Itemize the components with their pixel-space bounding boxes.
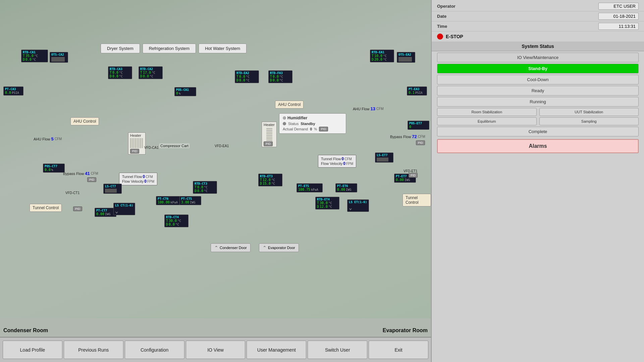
vfd-et1-label: VFD-ET1 [404,169,418,173]
pid-tunnel-left[interactable]: PID [73,206,82,211]
running-button[interactable]: Running [437,97,639,107]
top-buttons-row: Dryer System Refrigeration System Hot Wa… [101,44,247,53]
date-row: Date 01-18-2021 [432,11,644,21]
time-row: Time 11:13:31 [432,21,644,32]
configuration-button[interactable]: Configuration [125,341,184,359]
rtd-ca3-widget: RTD-CA3 T 0.0 °C D 0.0 °C [108,66,132,79]
exit-button[interactable]: Exit [369,341,428,359]
ready-button[interactable]: Ready [437,86,639,96]
switch-user-button[interactable]: Switch User [308,341,367,359]
pos-et7-widget: POS-ET7 0 [408,121,429,130]
pt-et5-widget: PT-ET5 100.75 kPaA [297,183,323,192]
pt-ct6-widget: PT-CT6 100.00 kPaA [156,196,181,205]
bottom-toolbar: Load Profile Previous Runs Configuration… [0,337,431,362]
bypass-flow-left-widget: Bypass Flow 41 CFM [63,171,98,176]
tunnel-control-right[interactable]: Tunnel Control [402,194,431,206]
condenser-room-label: Condenser Room [3,327,48,334]
complete-button[interactable]: Complete [437,127,639,136]
pid-bypass-right[interactable]: PID [416,140,425,145]
evaporator-door-button[interactable]: ⌃ Evaporator Door [259,243,299,252]
operator-row: Operator ETC USER [432,1,644,11]
main-area: Dryer System Refrigeration System Hot Wa… [0,0,431,362]
dryer-system-button[interactable]: Dryer System [101,44,140,53]
tunnel-control-left[interactable]: Tunnel Control [30,204,62,212]
rtd-ea1-widget: RTD-EA1 T 10.0 °C D 20.0 °C [370,50,394,62]
pt-ea3-widget: PT-EA3 0.1 PSIA [407,86,427,96]
ls-ct7-widget: LS-CT7 [103,184,122,194]
right-panel: Operator ETC USER Date 01-18-2021 Time 1… [431,0,644,362]
ls-et16-widget: LS ET(1-6) ⌄ [347,199,369,212]
estop-button[interactable]: E-STOP [432,32,644,42]
io-view-button[interactable]: IO View [186,341,246,359]
rtd-ct3-widget: RTD-CT3 T 0.0 °C D 0.0 °C [193,181,217,194]
vfd-ct1-label: VFD-CT1 [65,191,79,195]
pid-tunnel-right[interactable]: PID [409,173,418,178]
system-status-header: System Status [432,42,644,51]
equilibrium-row: Equilibrium Sampling [437,117,639,125]
ahu-flow-left-widget: AHU Flow 5 CFM [34,136,62,141]
pt-et6-widget: PT-ET6 0.00 IWG [335,183,357,192]
rtd-ea2-widget: RTD-EA2 T 0.0 °C D 0.0 °C [235,70,259,83]
stabilization-row: Room Stabilization UUT Stabilization [437,108,639,116]
ls-et7-widget: LS-ET7 [375,153,393,163]
estop-icon [437,34,443,40]
rtd-ca2-widget: RTD-CA2 T 17.0 °C D 0.0 °C [139,66,163,79]
ots-ca2-widget: OTS-CA2 [50,52,68,63]
rtd-et4-widget: RTD-ET4 T 30.0 °C D 12.0 °C [315,197,339,209]
vfd-ea1-label: VFD-EA1 [215,144,229,148]
cooldown-button[interactable]: Cool-Down [437,75,639,84]
ahu-control-left[interactable]: AHU Control [70,117,99,125]
ots-ea2-widget: OTS-EA2 [397,52,415,63]
rtd-fa3-widget: RTD-FA3 T 0.0 °C D 0.0 °C [268,70,292,83]
uut-stabilization-button[interactable]: UUT Stabilization [539,108,639,116]
rtd-et3-widget: RTD-ET3 T 12.0 °C D 15.0 °C [258,174,282,186]
tunnel-flow-right-widget: Tunnel Flow 0 CFM Flow Velocity 0 FPM [318,155,356,168]
user-management-button[interactable]: User Management [247,341,306,359]
room-stabilization-button[interactable]: Room Stabilization [437,108,537,116]
refrigeration-system-button[interactable]: Refrigeration System [143,44,196,53]
heater-right-widget: Heater PID [262,122,277,147]
equilibrium-button[interactable]: Equilibrium [437,117,537,125]
rtd-ct4-widget: RTD-CT4 T 30.0 °C D 0.0 °C [164,215,189,227]
condenser-door-button[interactable]: ⌃ Condenser Door [211,243,251,252]
ahu-flow-right-widget: AHU Flow 13 CFM [353,106,384,111]
alarms-button[interactable]: Alarms [437,139,639,153]
bypass-flow-right-widget: Bypass Flow 72 CFM [390,134,425,139]
ahu-control-right[interactable]: AHU Control [275,101,304,109]
standby-button[interactable]: Stand-By [437,64,639,73]
previous-runs-button[interactable]: Previous Runs [64,341,123,359]
pid-bypass-left[interactable]: PID [87,177,96,182]
pos-ca1-widget: POS-CA1 0 % [174,87,196,96]
heater-left-widget: Heater PID [128,132,146,155]
vfd-ca1-label: VFD-CA1 [144,146,159,149]
load-profile-button[interactable]: Load Profile [3,341,62,359]
pt-ca3-widget: PT-CA3 0.0 PSIA [3,86,23,96]
rtd-ca1-widget: RTD-CA1 T 35.0 °C D 0.0 °C [21,50,48,62]
tunnel-flow-left-widget: Tunnel Flow 0 CFM Flow Velocity 0 FPM [119,173,157,185]
compressor-cart-label: Compressor Cart [159,143,190,148]
sampling-button[interactable]: Sampling [539,117,639,125]
hot-water-system-button[interactable]: Hot Water System [199,44,247,53]
pt-ct5-widget: PT-CT5 3.00 IWG [179,196,201,205]
evaporator-room-label: Evaporator Room [383,327,428,334]
io-view-maintenance-button[interactable]: IO View/Maintenance [437,53,639,62]
ls-ct16-widget: LS CT(1-6) ⌄ [113,203,135,215]
humidifier-box: Humidifier Status Standby Actual Demand … [279,113,346,134]
pos-ct7-widget: POS-CT7 0.0 % [43,164,65,173]
